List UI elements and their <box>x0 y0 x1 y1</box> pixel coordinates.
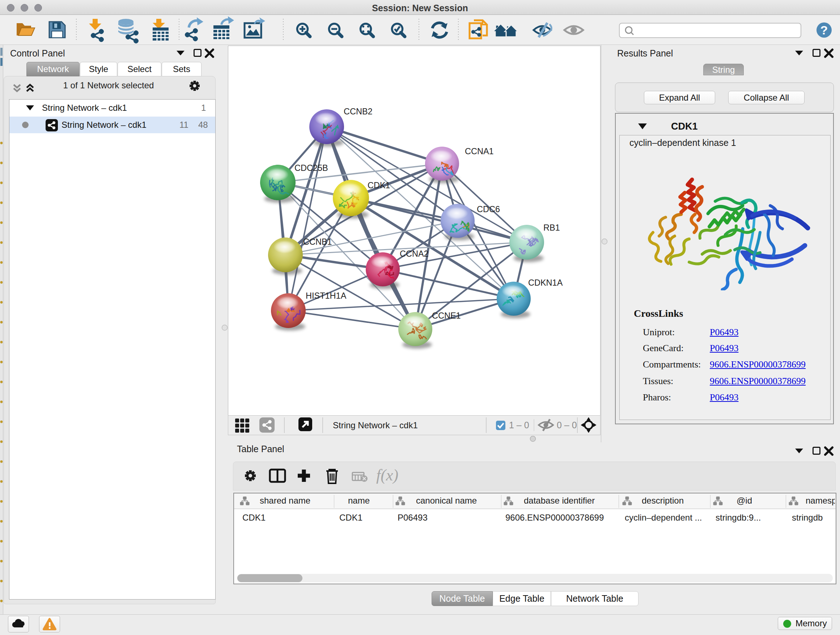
svg-text:P06493: P06493 <box>398 513 428 523</box>
svg-text:9606.ENSP00000378699: 9606.ENSP00000378699 <box>505 513 604 523</box>
svg-text:f(x): f(x) <box>376 466 398 484</box>
svg-text:?: ? <box>821 23 828 37</box>
svg-text:shared name: shared name <box>260 496 310 505</box>
svg-text:canonical name: canonical name <box>416 496 477 505</box>
svg-text:cyclin–dependent ...: cyclin–dependent ... <box>625 513 702 523</box>
svg-text:name: name <box>348 496 370 505</box>
svg-text:namespace: namespace <box>806 496 835 505</box>
svg-text:CDK1: CDK1 <box>242 513 265 523</box>
svg-text:CCNE1: CCNE1 <box>432 311 461 320</box>
svg-text:@id: @id <box>737 496 752 505</box>
svg-text:stringdb: stringdb <box>792 513 823 523</box>
svg-text:CDC6: CDC6 <box>477 204 500 214</box>
svg-text:CCNA2: CCNA2 <box>400 249 429 258</box>
svg-text:String Network – cdk1: String Network – cdk1 <box>333 420 418 430</box>
svg-text:HIST1H1A: HIST1H1A <box>306 291 347 301</box>
svg-text:CCNB2: CCNB2 <box>344 107 373 116</box>
svg-text:CDK1: CDK1 <box>339 513 363 523</box>
svg-text:CDC25B: CDC25B <box>294 163 328 173</box>
svg-text:CCNB1: CCNB1 <box>303 237 332 247</box>
svg-text:RB1: RB1 <box>543 223 560 233</box>
svg-text:stringdb:9...: stringdb:9... <box>715 513 761 523</box>
svg-text:0 – 0: 0 – 0 <box>557 420 577 430</box>
svg-text:CCNA1: CCNA1 <box>465 147 494 156</box>
svg-text:CDK1: CDK1 <box>368 181 390 190</box>
svg-text:CDKN1A: CDKN1A <box>528 278 563 287</box>
svg-text:database identifier: database identifier <box>524 496 595 505</box>
svg-text:description: description <box>642 496 684 505</box>
svg-text:1 – 0: 1 – 0 <box>509 420 529 430</box>
